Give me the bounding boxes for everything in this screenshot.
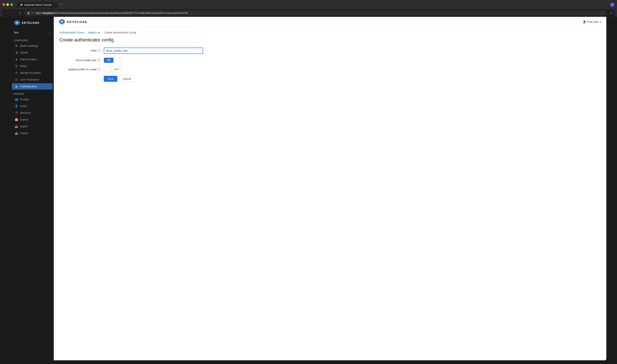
configure-section-label: Configure — [11, 36, 54, 42]
lock-icon: 🔒 — [27, 12, 30, 14]
update-profile-form-row: Update profile on create ? OFF — [59, 66, 203, 72]
sidebar-item-events[interactable]: 📅 Events — [12, 117, 53, 123]
browser-menu-button[interactable]: ≡ — [610, 11, 612, 15]
breadcrumb-authentication-flows[interactable]: Authentication Flows — [59, 31, 84, 34]
events-icon: 📅 — [15, 118, 18, 121]
update-profile-toggle[interactable]: OFF — [104, 66, 122, 72]
update-profile-toggle-off-label[interactable]: OFF — [112, 67, 121, 72]
user-menu-chevron: ∨ — [599, 20, 601, 23]
tab-title: Keycloak Admin Console — [24, 3, 52, 6]
realm-chevron-icon: ∨ — [49, 31, 51, 34]
sidebar-item-groups[interactable]: 👥 Groups — [12, 96, 53, 103]
import-icon: 📥 — [15, 125, 18, 128]
browser-chrome: 🔑 Keycloak Admin Console × + ∞ ← → ↻ 🔒 🛡… — [0, 0, 617, 17]
sidebar: KEYCLOAK Test ∨ Configure ⚙ Realm Settin… — [11, 17, 54, 360]
sidebar-item-export-label: Export — [20, 131, 28, 135]
alias-input[interactable] — [104, 48, 203, 54]
app-logo-text: KEYCLOAK — [67, 20, 87, 24]
app-logo: KEYCLOAK — [59, 18, 87, 25]
address-bar[interactable]: 🔒 🛡 https://localhost:8037/admin/master/… — [24, 11, 607, 16]
sidebar-item-client-scopes-label: Client Scopes — [20, 58, 37, 61]
minimize-traffic-light[interactable] — [6, 3, 9, 6]
sidebar-logo-area: KEYCLOAK — [11, 17, 54, 29]
force-create-help-icon[interactable]: ? — [98, 59, 101, 62]
alias-help-icon[interactable]: ? — [98, 49, 101, 52]
breadcrumb-magic-link[interactable]: MagicLink — [88, 31, 100, 34]
sidebar-item-import-label: Import — [20, 125, 28, 128]
sidebar-item-users[interactable]: 👤 Users — [12, 103, 53, 109]
sidebar-item-client-scopes[interactable]: ◈ Client Scopes — [12, 56, 53, 63]
main-content: KEYCLOAK 👤 First Last ∨ Authentication F… — [54, 17, 606, 360]
sidebar-item-authentication[interactable]: 🔒 Authentication — [12, 83, 53, 90]
identity-providers-icon: ⇄ — [15, 71, 18, 74]
force-create-toggle-slider[interactable] — [113, 57, 121, 63]
tab-close-button[interactable]: × — [53, 4, 54, 6]
nav-refresh-button[interactable]: ↻ — [18, 11, 22, 15]
client-scopes-icon: ◈ — [15, 58, 18, 61]
users-icon: 👤 — [15, 104, 18, 108]
save-button[interactable]: Save — [104, 76, 117, 82]
nav-forward-button[interactable]: → — [12, 11, 16, 15]
user-menu[interactable]: 👤 First Last ∨ — [583, 20, 601, 23]
breadcrumb-sep-1: › — [86, 31, 87, 34]
app-topbar: KEYCLOAK 👤 First Last ∨ — [54, 17, 606, 27]
force-create-form-row: Force create user ? ON — [59, 57, 203, 63]
browser-tabs: 🔑 Keycloak Admin Console × + — [17, 2, 608, 8]
breadcrumb: Authentication Flows › MagicLink › Creat… — [59, 31, 601, 34]
sidebar-item-events-label: Events — [20, 118, 28, 121]
sidebar-item-export[interactable]: 📤 Export — [12, 130, 53, 136]
page-area: Authentication Flows › MagicLink › Creat… — [54, 27, 606, 86]
export-icon: 📤 — [15, 131, 18, 135]
force-create-toggle-wrapper: ON — [104, 57, 121, 63]
sidebar-item-clients[interactable]: 🖥 Clients — [12, 49, 53, 56]
nav-back-button[interactable]: ← — [5, 11, 9, 15]
svg-point-2 — [16, 22, 18, 24]
force-create-toggle[interactable]: ON — [104, 57, 121, 63]
groups-icon: 👥 — [15, 98, 18, 101]
manage-section-label: Manage — [11, 90, 54, 96]
keycloak-logo-icon — [14, 20, 20, 26]
form-button-row: Save Cancel — [59, 76, 203, 82]
sidebar-item-clients-label: Clients — [20, 51, 28, 54]
sidebar-item-sessions-label: Sessions — [20, 111, 31, 114]
browser-profile-avatar[interactable]: ∞ — [610, 2, 615, 7]
force-create-toggle-on[interactable]: ON — [104, 58, 113, 63]
authentication-icon: 🔒 — [15, 85, 18, 88]
sessions-icon: ⏱ — [15, 111, 18, 114]
sidebar-item-groups-label: Groups — [20, 98, 29, 101]
sidebar-item-authentication-label: Authentication — [20, 85, 37, 88]
browser-toolbar: ← → ↻ 🔒 🛡 https://localhost:8037/admin/m… — [2, 9, 615, 17]
active-tab[interactable]: 🔑 Keycloak Admin Console × — [17, 2, 57, 8]
sidebar-item-user-federation[interactable]: ☰ User Federation — [12, 77, 53, 83]
update-profile-help-icon[interactable]: ? — [98, 68, 101, 71]
sidebar-item-realm-settings[interactable]: ⚙ Realm Settings — [12, 43, 53, 49]
page-title: Create authenticator config — [59, 37, 601, 43]
shield-icon: 🛡 — [32, 12, 34, 14]
sidebar-item-identity-providers[interactable]: ⇄ Identity Providers — [12, 70, 53, 76]
update-profile-toggle-wrapper: OFF — [104, 66, 122, 72]
sidebar-item-user-federation-label: User Federation — [20, 78, 39, 81]
sidebar-item-roles[interactable]: ☰ Roles — [12, 63, 53, 69]
breadcrumb-sep-2: › — [102, 31, 103, 34]
update-profile-toggle-empty[interactable] — [104, 67, 112, 72]
cancel-button[interactable]: Cancel — [119, 76, 135, 82]
traffic-lights — [2, 3, 13, 6]
user-federation-icon: ☰ — [15, 78, 18, 81]
tab-icon: 🔑 — [20, 4, 23, 6]
realm-selector[interactable]: Test ∨ — [11, 29, 54, 36]
user-display-name: First Last — [587, 20, 598, 23]
roles-icon: ☰ — [15, 65, 18, 68]
new-tab-button[interactable]: + — [58, 2, 63, 8]
keycloak-logo: KEYCLOAK — [14, 20, 40, 26]
sidebar-item-import[interactable]: 📥 Import — [12, 123, 53, 130]
sidebar-item-sessions[interactable]: ⏱ Sessions — [12, 110, 53, 116]
close-traffic-light[interactable] — [2, 3, 5, 6]
force-create-label: Force create user ? — [59, 57, 101, 62]
clients-icon: 🖥 — [15, 51, 18, 54]
user-icon: 👤 — [583, 20, 586, 23]
sidebar-item-users-label: Users — [20, 104, 27, 108]
realm-name: Test — [13, 31, 18, 34]
maximize-traffic-light[interactable] — [10, 3, 13, 6]
form-container: Alias ? Force create user ? ON — [59, 48, 203, 82]
bookmark-icon[interactable]: ☆ — [602, 12, 604, 14]
